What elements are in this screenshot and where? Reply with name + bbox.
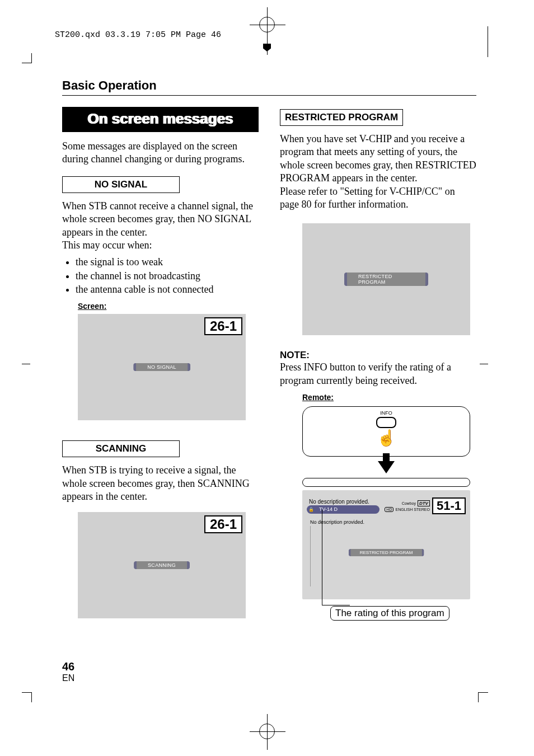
screen-label: Screen: <box>78 302 259 311</box>
arrow-down-icon <box>378 461 395 473</box>
list-item: the channel is not broadcasting <box>76 269 259 283</box>
info-button-icon <box>376 417 396 428</box>
registration-mark <box>259 17 275 32</box>
crop-mark <box>22 692 32 702</box>
info-button-label: INFO <box>380 410 392 416</box>
page-language: EN <box>62 673 74 683</box>
list-item: the antenna cable is not connected <box>76 283 259 296</box>
scanning-screenshot: 26-1 SCANNING <box>78 512 246 618</box>
remote-illustration: INFO ☝ No description provided. <box>302 406 476 621</box>
note-heading: NOTE: <box>280 350 476 361</box>
crop-mark <box>22 364 30 364</box>
crop-mark <box>22 53 32 63</box>
scanning-message: SCANNING <box>134 561 190 569</box>
channel-indicator: 26-1 <box>204 317 242 335</box>
restricted-message: RESTRICTED PROGRAM <box>344 273 428 286</box>
restricted-overlay-message: RESTRICTED PROGRAM <box>349 549 424 556</box>
channel-indicator: 26-1 <box>204 515 242 533</box>
remote-label: Remote: <box>302 393 476 402</box>
info-overlay-screenshot: No description provided. 🔒 TV-14 D Cowbo… <box>302 490 470 599</box>
program-title: No description provided. <box>307 499 385 505</box>
audio-mode: ENGLISH STEREO <box>395 508 429 511</box>
intro-text: Some messages are displayed on the scree… <box>62 140 259 166</box>
scanning-text: When STB is trying to receive a signal, … <box>62 464 259 503</box>
scanning-heading: SCANNING <box>62 440 180 457</box>
no-signal-screenshot: 26-1 NO SIGNAL <box>78 314 246 420</box>
hand-pointer-icon: ☝ <box>377 430 396 446</box>
remote-divider <box>302 478 470 487</box>
topic-banner: On screen messages <box>62 107 259 132</box>
registration-mark <box>259 724 275 739</box>
crop-mark <box>488 26 488 57</box>
restricted-screenshot: RESTRICTED PROGRAM <box>302 223 470 335</box>
crop-mark <box>480 364 488 364</box>
no-signal-message: NO SIGNAL <box>133 363 190 371</box>
note-text: Press INFO button to verify the rating o… <box>280 361 476 387</box>
file-header: ST200.qxd 03.3.19 7:05 PM Page 46 <box>55 30 221 40</box>
restricted-text: When you have set V-CHIP and you receive… <box>280 133 476 211</box>
dtv-badge: DTV <box>418 500 430 506</box>
no-signal-causes: the signal is too weak the channel is no… <box>62 255 259 296</box>
callout-line <box>322 510 322 605</box>
program-description: No description provided. <box>310 519 364 525</box>
show-name: Cowboy <box>402 501 416 505</box>
divider <box>62 95 476 96</box>
list-item: the signal is too weak <box>76 255 259 269</box>
no-signal-heading: NO SIGNAL <box>62 176 180 193</box>
page-footer: 46 EN <box>62 660 74 683</box>
section-title: Basic Operation <box>62 78 476 93</box>
lock-icon: 🔒 <box>307 507 316 512</box>
rating-callout: The rating of this program <box>330 606 449 621</box>
program-rating: TV-14 D <box>316 506 380 512</box>
divider <box>310 526 311 586</box>
callout-line <box>322 605 350 605</box>
hd-badge: HD <box>385 507 394 512</box>
channel-indicator: 51-1 <box>432 497 466 514</box>
restricted-heading: RESTRICTED PROGRAM <box>280 109 403 126</box>
crop-mark <box>478 692 488 702</box>
page-number: 46 <box>62 660 74 673</box>
no-signal-text: When STB cannot receive a channel signal… <box>62 200 259 252</box>
